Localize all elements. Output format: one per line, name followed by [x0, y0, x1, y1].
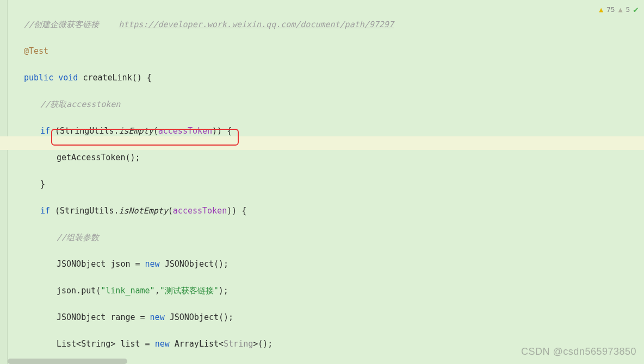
annotation-test: @Test [24, 46, 48, 56]
horizontal-scrollbar[interactable] [8, 359, 127, 364]
comment: //组装参数 [57, 233, 99, 242]
doc-link[interactable]: https://developer.work.weixin.qq.com/doc… [119, 20, 394, 29]
comment: //创建企微获客链接 [24, 20, 119, 29]
comment: //获取accesstoken [40, 99, 120, 109]
code-editor[interactable]: //创建企微获客链接 https://developer.work.weixin… [0, 0, 644, 364]
method-name: createLink [83, 73, 132, 83]
watermark: CSDN @csdn565973850 [521, 346, 636, 357]
